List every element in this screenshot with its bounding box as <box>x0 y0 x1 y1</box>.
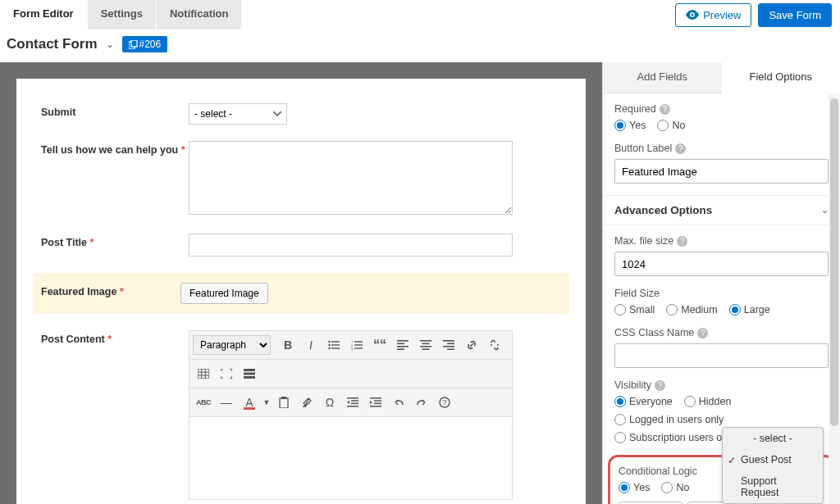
help-icon[interactable]: ? <box>677 236 687 247</box>
svg-rect-35 <box>280 398 288 408</box>
svg-rect-36 <box>281 397 286 399</box>
fullscreen-icon[interactable] <box>216 363 237 384</box>
radio-vis-hidden[interactable]: Hidden <box>684 396 732 407</box>
radio-size-small[interactable]: Small <box>614 304 655 316</box>
dropdown-icon[interactable]: ▼ <box>262 392 272 413</box>
text-color-icon[interactable]: A <box>239 392 260 413</box>
field-featured-image[interactable]: Featured Image * Featured Image <box>33 273 569 314</box>
radio-cond-yes[interactable]: Yes <box>619 482 650 493</box>
svg-rect-17 <box>397 346 409 347</box>
form-id-badge[interactable]: #206 <box>122 36 168 52</box>
align-center-icon[interactable] <box>415 334 436 356</box>
field-post-title[interactable]: Post Title * <box>41 234 561 257</box>
svg-rect-37 <box>347 397 358 399</box>
label-max-size: Max. file size <box>614 235 673 247</box>
svg-rect-43 <box>374 403 381 405</box>
radio-vis-subs[interactable]: Subscription users only <box>614 432 735 443</box>
svg-rect-33 <box>244 373 255 375</box>
field-submit[interactable]: Submit - select - <box>41 103 561 125</box>
svg-rect-6 <box>331 344 340 345</box>
max-size-input[interactable] <box>614 252 829 276</box>
italic-icon[interactable]: I <box>300 334 322 356</box>
chevron-down-icon[interactable]: ⌄ <box>106 39 114 50</box>
svg-rect-8 <box>331 347 340 348</box>
css-class-input[interactable] <box>614 343 829 368</box>
svg-rect-39 <box>351 403 358 405</box>
align-left-icon[interactable] <box>392 334 413 356</box>
svg-rect-42 <box>374 400 381 402</box>
rte-content[interactable] <box>189 417 512 499</box>
help-icon[interactable]: ? <box>660 104 670 115</box>
field-label: Submit <box>41 103 189 125</box>
label-required: Required <box>614 103 656 115</box>
sidebar: Add Fields Field Options Required ? Yes … <box>602 62 840 504</box>
radio-required-yes[interactable]: Yes <box>614 120 646 131</box>
group-field-size: Field Size Small Medium Large <box>614 288 829 316</box>
svg-point-3 <box>328 341 330 343</box>
quote-icon[interactable]: ““ <box>369 334 390 356</box>
scrollbar-thumb[interactable] <box>830 98 838 426</box>
undo-icon[interactable] <box>388 392 409 413</box>
dropdown-header[interactable]: - select - <box>723 428 823 449</box>
paste-icon[interactable] <box>273 392 294 413</box>
svg-rect-2 <box>131 40 137 47</box>
rte-format-select[interactable]: Paragraph <box>193 335 271 355</box>
bold-icon[interactable]: B <box>277 334 299 356</box>
help-icon[interactable]: ? <box>655 380 665 391</box>
bullet-list-icon[interactable] <box>323 334 345 356</box>
outdent-icon[interactable] <box>342 392 363 413</box>
button-label-input[interactable] <box>614 159 829 184</box>
toolbar-toggle-icon[interactable] <box>239 363 260 384</box>
tab-add-fields[interactable]: Add Fields <box>603 62 722 93</box>
submit-select[interactable]: - select - <box>189 103 287 125</box>
svg-rect-40 <box>347 406 358 407</box>
dropdown-opt-support-request[interactable]: Support Request <box>723 470 823 503</box>
featured-image-button[interactable]: Featured Image <box>180 283 268 304</box>
svg-point-0 <box>692 14 694 16</box>
save-form-button[interactable]: Save Form <box>758 3 832 27</box>
svg-rect-16 <box>397 343 404 345</box>
spellcheck-icon[interactable]: ABC <box>193 392 214 413</box>
top-actions: Preview Save Form <box>675 3 840 27</box>
special-char-icon[interactable]: Ω <box>319 392 340 413</box>
redo-icon[interactable] <box>411 392 432 413</box>
help-icon[interactable]: ? <box>675 143 686 154</box>
unlink-icon[interactable] <box>484 334 505 356</box>
help-textarea[interactable] <box>189 141 513 215</box>
link-icon[interactable] <box>461 334 482 356</box>
radio-vis-everyone[interactable]: Everyone <box>614 396 673 407</box>
svg-rect-27 <box>198 369 209 379</box>
help-icon[interactable]: ? <box>697 328 708 338</box>
svg-text:?: ? <box>442 398 446 406</box>
advanced-options-header[interactable]: Advanced Options ⌄ <box>603 195 840 225</box>
radio-size-large[interactable]: Large <box>729 304 770 316</box>
radio-required-no[interactable]: No <box>657 120 685 131</box>
post-title-input[interactable] <box>189 234 513 257</box>
radio-cond-no[interactable]: No <box>661 482 689 493</box>
radio-size-medium[interactable]: Medium <box>666 304 717 316</box>
svg-point-7 <box>328 347 330 349</box>
svg-rect-21 <box>420 346 431 347</box>
tab-settings[interactable]: Settings <box>88 0 157 30</box>
tab-field-options[interactable]: Field Options <box>722 62 841 93</box>
group-required: Required ? Yes No <box>614 103 829 131</box>
dropdown-opt-guest-post[interactable]: ✓Guest Post <box>723 449 823 470</box>
preview-button[interactable]: Preview <box>675 3 751 27</box>
align-right-icon[interactable] <box>438 334 459 356</box>
svg-rect-26 <box>447 348 454 350</box>
indent-icon[interactable] <box>365 392 386 413</box>
tab-notification[interactable]: Notification <box>157 0 243 30</box>
table-icon[interactable] <box>193 363 214 384</box>
tab-form-editor[interactable]: Form Editor <box>0 0 88 30</box>
number-list-icon[interactable]: 123 <box>346 334 368 356</box>
form-id-text: #206 <box>139 39 162 50</box>
group-css-class: CSS Class Name ? <box>614 327 829 368</box>
radio-vis-logged[interactable]: Logged in users only <box>614 414 724 425</box>
label-visibility: Visibility <box>614 379 651 391</box>
clear-format-icon[interactable] <box>296 392 317 413</box>
field-help[interactable]: Tell us how we can help you * <box>41 141 561 217</box>
help-icon[interactable]: ? <box>434 392 455 413</box>
field-post-content[interactable]: Post Content * Paragraph B I 123 <box>41 330 561 500</box>
scrollbar-track[interactable] <box>829 93 840 504</box>
hr-icon[interactable]: — <box>216 392 237 413</box>
